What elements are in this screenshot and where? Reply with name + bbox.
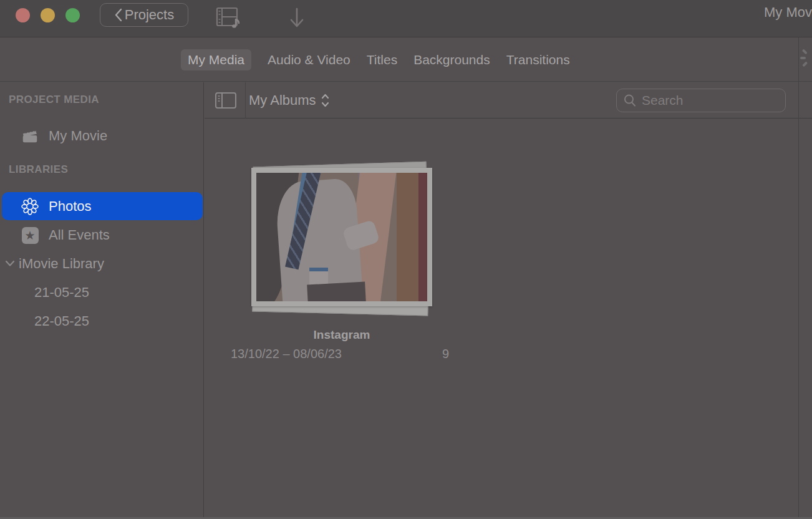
libraries-header: LIBRARIES — [9, 163, 68, 177]
pane-divider — [798, 37, 799, 517]
chevron-down-icon[interactable] — [5, 260, 15, 267]
albums-dropdown[interactable]: My Albums — [249, 82, 330, 119]
tab-titles[interactable]: Titles — [367, 52, 397, 67]
project-media-header: PROJECT MEDIA — [9, 94, 99, 107]
toggle-sidebar-button[interactable] — [215, 91, 237, 110]
album-cover-photo — [251, 168, 432, 306]
sidebar-item-all-events[interactable]: ★ All Events — [0, 221, 204, 250]
sidebar-item-imovie-library[interactable]: iMovie Library — [0, 250, 204, 278]
search-icon — [623, 94, 637, 107]
spinner-icon — [800, 47, 812, 69]
album-date-range: 13/10/22 – 08/06/23 — [231, 347, 342, 361]
album-meta-row: 13/10/22 – 08/06/23 9 — [231, 347, 449, 361]
sidebar-item-event[interactable]: 22-05-25 — [0, 307, 204, 336]
back-to-projects-button[interactable]: Projects — [100, 3, 188, 27]
download-arrow-icon — [286, 7, 307, 29]
tab-audio-video[interactable]: Audio & Video — [268, 52, 350, 67]
clapperboard-icon — [21, 127, 39, 145]
search-input[interactable] — [642, 93, 779, 108]
titlebar: Projects My Movie — [0, 0, 812, 37]
content-toolbar: My Albums — [205, 82, 812, 119]
sidebar-item-label: My Movie — [49, 128, 107, 144]
sidebar-item-label: 22-05-25 — [34, 313, 89, 329]
download-button[interactable] — [284, 5, 310, 31]
search-field[interactable] — [616, 89, 786, 112]
photos-flower-icon — [21, 197, 39, 216]
toolbar-divider — [245, 82, 246, 119]
sidebar-toggle-icon — [215, 91, 237, 110]
star-icon: ★ — [21, 227, 39, 244]
close-window-button[interactable] — [16, 8, 30, 22]
media-browser-tabbar: My Media Audio & Video Titles Background… — [0, 38, 812, 82]
zoom-window-button[interactable] — [65, 8, 80, 22]
tab-my-media[interactable]: My Media — [181, 49, 251, 70]
sidebar-item-event[interactable]: 21-05-25 — [0, 278, 204, 307]
sidebar-item-label: iMovie Library — [19, 256, 104, 272]
tab-transitions[interactable]: Transitions — [506, 52, 570, 67]
tab-backgrounds[interactable]: Backgrounds — [413, 52, 490, 67]
album-thumbnail-instagram[interactable] — [251, 164, 432, 314]
sidebar-item-label: 21-05-25 — [34, 284, 89, 301]
film-music-icon — [212, 6, 244, 31]
albums-dropdown-label: My Albums — [249, 92, 316, 109]
sidebar-item-label: All Events — [49, 227, 110, 243]
sidebar-item-my-movie[interactable]: My Movie — [0, 122, 204, 150]
minimize-window-button[interactable] — [41, 8, 55, 22]
window-title: My Movie — [764, 4, 812, 23]
sidebar-item-photos[interactable]: Photos — [2, 192, 203, 220]
sidebar-item-label: Photos — [49, 198, 92, 215]
media-sidebar: PROJECT MEDIA My Movie LIBRARIES — [0, 82, 204, 517]
back-button-label: Projects — [125, 7, 174, 23]
album-title: Instagram — [251, 328, 432, 342]
album-cover-image — [256, 173, 427, 301]
updown-chevron-icon — [321, 93, 330, 108]
media-import-button[interactable] — [212, 6, 244, 31]
album-item-count: 9 — [442, 347, 449, 361]
chevron-left-icon — [114, 8, 122, 22]
